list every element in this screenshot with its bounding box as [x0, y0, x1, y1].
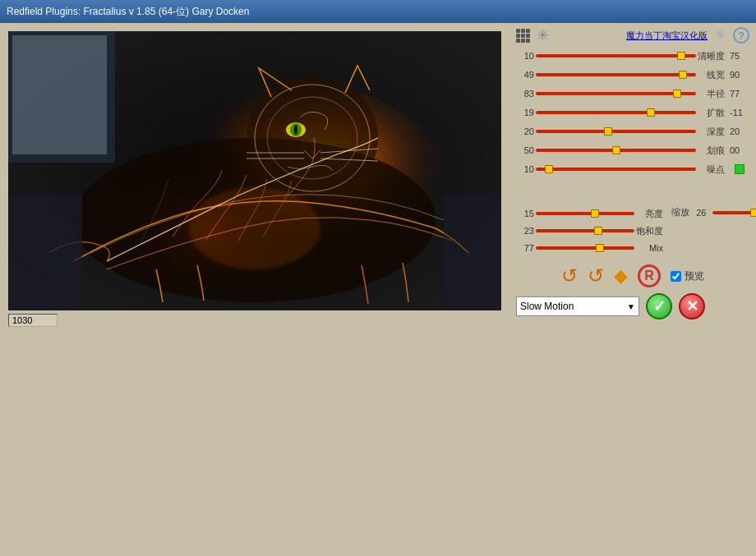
diamond-button[interactable]: ◆	[614, 265, 628, 287]
brightness-thumb[interactable]	[591, 209, 599, 218]
sharpness-slider-wrap	[536, 54, 696, 57]
linewidth-min: 49	[516, 70, 534, 80]
noise-track[interactable]	[536, 168, 696, 171]
undo-button-2[interactable]: ↺	[588, 264, 604, 287]
undo-button-1[interactable]: ↺	[561, 264, 578, 287]
cancel-icon: ✕	[686, 297, 698, 315]
ok-icon: ✓	[653, 297, 666, 315]
reset-button[interactable]: R	[638, 264, 661, 287]
diffusion-value: -11	[730, 108, 748, 117]
help-label: ?	[738, 30, 744, 42]
noise-min: 10	[516, 164, 534, 174]
scratch-label: 划痕	[696, 145, 725, 157]
scratch-thumb[interactable]	[612, 146, 620, 154]
saturation-row: 23 饱和度	[516, 223, 668, 239]
zoom-track[interactable]	[712, 211, 756, 214]
scratch-value: 00	[730, 145, 748, 155]
depth-slider-wrap	[536, 130, 696, 133]
mix-label: Mix	[634, 243, 663, 253]
sunburst-icon[interactable]: ✳	[714, 26, 726, 44]
diffusion-slider-wrap	[536, 111, 696, 114]
saturation-label: 饱和度	[634, 225, 663, 237]
svg-rect-18	[444, 195, 501, 310]
help-icon[interactable]: ?	[733, 27, 749, 44]
asterisk-icon[interactable]: ✳	[537, 26, 549, 44]
mix-row: 77 Mix	[516, 240, 668, 256]
dropdown-value: Slow Motion	[520, 301, 574, 312]
svg-point-16	[189, 187, 320, 269]
depth-row: 20 深度 20	[516, 123, 749, 140]
radius-thumb[interactable]	[673, 90, 681, 98]
linewidth-row: 49 线宽 90	[516, 67, 749, 83]
radius-value: 77	[730, 89, 748, 99]
main-area: 1030 ✳ 魔力当丁淘宝汉化版 ✳ ?	[0, 23, 756, 556]
zoom-label: 缩放	[671, 206, 693, 218]
cancel-button[interactable]: ✕	[679, 293, 705, 319]
preview-checkbox-row: 预览	[671, 269, 704, 283]
radius-row: 83 半径 77	[516, 85, 749, 102]
sharpness-thumb[interactable]	[677, 52, 685, 60]
zoom-thumb[interactable]	[750, 209, 756, 217]
ok-button[interactable]: ✓	[646, 293, 672, 319]
svg-rect-17	[8, 195, 82, 310]
mix-track[interactable]	[536, 246, 634, 250]
fractal-cat-image	[8, 31, 501, 310]
saturation-thumb[interactable]	[594, 227, 602, 235]
preview-label: 预览	[685, 269, 704, 283]
zoom-row: 缩放 26	[671, 206, 756, 218]
controls-panel: ✳ 魔力当丁淘宝汉化版 ✳ ? 10 清晰度 75 4	[509, 23, 756, 556]
svg-point-6	[247, 76, 378, 200]
title-bar: Redfield Plugins: Fractalius v 1.85 (64-…	[0, 0, 756, 23]
mix-val: 77	[516, 243, 534, 253]
top-row: ✳ 魔力当丁淘宝汉化版 ✳ ?	[516, 26, 749, 44]
bottom-bar: Slow Motion ▼ ✓ ✕	[516, 293, 749, 319]
diffusion-min: 19	[516, 108, 534, 117]
diffusion-thumb[interactable]	[647, 108, 655, 117]
status-value: 1030	[12, 315, 32, 325]
diffusion-row: 19 扩散 -11	[516, 104, 749, 121]
saturation-slider-wrap	[536, 229, 634, 232]
depth-thumb[interactable]	[604, 127, 612, 136]
svg-rect-2	[12, 35, 107, 154]
preview-panel: 1030	[0, 23, 509, 556]
zoom-slider-wrap	[712, 211, 756, 214]
linewidth-value: 90	[730, 70, 748, 80]
saturation-val: 23	[516, 226, 534, 236]
scratch-track[interactable]	[536, 149, 696, 152]
radius-track[interactable]	[536, 92, 696, 95]
right-bottom: 缩放 26	[671, 204, 756, 257]
linewidth-track[interactable]	[536, 73, 696, 76]
noise-row: 10 噪点	[516, 161, 749, 177]
diffusion-label: 扩散	[696, 107, 725, 119]
linewidth-thumb[interactable]	[679, 71, 687, 79]
sharpness-row: 10 清晰度 75	[516, 48, 749, 64]
top-left-icons: ✳	[516, 26, 549, 44]
sharpness-min: 10	[516, 51, 534, 61]
noise-thumb[interactable]	[545, 165, 553, 173]
brightness-slider-wrap	[536, 212, 634, 215]
brightness-row: 15 亮度	[516, 205, 668, 222]
scratch-min: 50	[516, 145, 534, 155]
mix-slider-wrap	[536, 246, 634, 250]
dropdown-arrow: ▼	[627, 302, 635, 311]
saturation-track[interactable]	[536, 229, 634, 232]
dropdown[interactable]: Slow Motion ▼	[516, 296, 639, 316]
chinese-link[interactable]: 魔力当丁淘宝汉化版	[626, 30, 708, 42]
preview-checkbox[interactable]	[671, 271, 681, 282]
scratch-row: 50 划痕 00	[516, 142, 749, 159]
mix-thumb[interactable]	[596, 244, 604, 252]
brightness-val: 15	[516, 209, 534, 218]
grid-icon[interactable]	[516, 29, 530, 43]
noise-slider-wrap	[536, 168, 696, 171]
image-preview[interactable]	[8, 31, 501, 310]
sharpness-track[interactable]	[536, 54, 696, 57]
top-right-area: 魔力当丁淘宝汉化版 ✳ ?	[626, 26, 749, 44]
noise-label: 噪点	[696, 163, 725, 176]
brightness-track[interactable]	[536, 212, 634, 215]
depth-track[interactable]	[536, 130, 696, 133]
svg-point-11	[294, 125, 297, 135]
radius-slider-wrap	[536, 92, 696, 95]
sharpness-value: 75	[730, 51, 748, 61]
title-text: Redfield Plugins: Fractalius v 1.85 (64-…	[7, 5, 249, 19]
diffusion-track[interactable]	[536, 111, 696, 114]
